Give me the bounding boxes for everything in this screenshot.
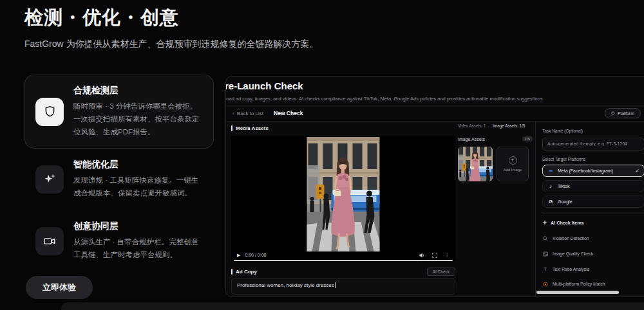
app-title: Pre-Launch Check: [226, 80, 432, 91]
app-description: Upload ad copy, images, and videos. AI c…: [226, 96, 641, 102]
check-icon: ✓: [636, 168, 639, 174]
tab-video-assets[interactable]: Video Assets: 1: [458, 123, 486, 128]
divider: [542, 214, 644, 214]
video-progress-bar[interactable]: [234, 260, 453, 261]
landing-page: { "hero": { "title": "检测・优化・创意", "subtit…: [0, 0, 644, 310]
page-subtitle: FastGrow 为你提供从素材生产、合规预审到违规修复的全链路解决方案。: [24, 39, 319, 50]
text-icon: T: [542, 267, 548, 271]
horizontal-scrollbar[interactable]: [536, 291, 619, 294]
more-options-icon[interactable]: ⋮: [444, 252, 450, 258]
image-assets-title: Image Assets: [458, 137, 485, 141]
ai-check-items-title: AI Check Items: [551, 220, 584, 226]
tiktok-icon: ♪: [547, 183, 554, 189]
feature-desc: 随时预审 · 3 分钟告诉你哪里会被拒。一次提交扫描所有素材、按平台条款定位风险…: [73, 100, 203, 138]
platform-button[interactable]: ⊙ Platform: [605, 108, 641, 118]
feature-card-compliance[interactable]: 合规检测层 随时预审 · 3 分钟告诉你哪里会被拒。一次提交扫描所有素材、按平台…: [24, 75, 214, 149]
back-to-list-label: Back to List: [237, 111, 263, 116]
try-now-button[interactable]: 立即体验: [26, 276, 93, 299]
platform-option-google[interactable]: G Google: [542, 196, 644, 208]
video-camera-icon: [35, 227, 64, 255]
check-item-policy-match[interactable]: Multi-platform Policy Match: [542, 282, 644, 287]
platform-option-tiktok[interactable]: ♪ Tiktok: [542, 180, 644, 192]
platform-name: Meta (Facebook/Instagram): [558, 169, 613, 173]
platform-button-label: Platform: [618, 111, 634, 116]
meta-icon: ∞: [547, 168, 554, 174]
chevron-left-icon: ‹: [232, 111, 234, 116]
ad-copy-title: Ad Copy: [236, 269, 257, 275]
image-icon: [542, 251, 548, 257]
feature-title: 智能优化层: [73, 159, 203, 170]
app-screenshot-panel: Pre-Launch Check Upload ad copy, images,…: [225, 76, 644, 297]
task-name-input[interactable]: [542, 138, 644, 150]
check-item-text-ratio[interactable]: T Text Ratio Analysis: [542, 267, 644, 271]
feature-desc: 从源头生产 · 自带合规护栏。完整创意工具链、生产时考虑平台规则。: [73, 236, 203, 262]
plus-icon: +: [509, 156, 517, 165]
text-cursor: [335, 282, 336, 288]
app-title-wrap: Pre-Launch Check: [226, 80, 432, 91]
platform-option-meta[interactable]: ∞ Meta (Facebook/Instagram) ✓: [542, 165, 644, 177]
platform-name: Google: [558, 199, 573, 204]
add-image-label: Add Image: [503, 168, 522, 172]
check-item-label: Image Quality Check: [553, 251, 593, 256]
image-assets-count-badge: 1/5: [522, 136, 533, 141]
tab-new-check[interactable]: New Check: [274, 110, 303, 116]
tab-image-assets[interactable]: Image Assets: 1/5: [493, 123, 525, 128]
task-name-label: Task Name (Optional): [542, 129, 644, 133]
check-item-label: Violation Detection: [553, 236, 589, 241]
video-still-image: [307, 137, 380, 251]
shield-icon: [35, 98, 64, 126]
thumbnails-row: + Add Image: [458, 147, 533, 181]
accent-bar: [231, 125, 232, 131]
feature-desc: 发现违规 · 工具矩阵快速修复。一键生成合规版本、保留卖点避开敏感词。: [73, 174, 203, 200]
media-assets-header: Media Assets: [231, 125, 455, 131]
ad-copy-text: Professional women, holiday style dresse…: [237, 282, 334, 288]
image-asset-thumbnail[interactable]: [458, 147, 493, 181]
ad-copy-input[interactable]: Professional women, holiday style dresse…: [231, 278, 455, 295]
check-settings-sidebar: Task Name (Optional) Select Target Platf…: [535, 122, 644, 296]
app-toolbar: ‹ Back to List New Check ⊙ Platform: [226, 105, 644, 122]
target-platforms-label: Select Target Platforms: [542, 157, 644, 161]
ad-copy-header: Ad Copy AI Check: [231, 268, 455, 276]
check-item-image-quality[interactable]: Image Quality Check: [542, 251, 644, 257]
image-assets-panel: Video Assets: 1 Image Assets: 1/5 Image …: [458, 123, 533, 181]
play-icon[interactable]: ▶: [237, 253, 240, 258]
feature-card-optimize[interactable]: 智能优化层 发现违规 · 工具矩阵快速修复。一键生成合规版本、保留卖点避开敏感词…: [24, 149, 214, 210]
target-icon: [542, 282, 548, 287]
image-assets-header: Image Assets 1/5: [458, 136, 533, 141]
feature-title: 创意协同层: [73, 221, 203, 232]
volume-icon[interactable]: [419, 253, 425, 258]
asset-tabs: Video Assets: 1 Image Assets: 1/5: [458, 123, 533, 128]
media-assets-section: Media Assets ▶ 0:00 / 0:08 ⋮: [231, 125, 455, 262]
accent-bar: [231, 269, 232, 275]
platform-name: Tiktok: [558, 184, 569, 188]
check-item-violation-detection[interactable]: Violation Detection: [542, 236, 644, 241]
google-icon: G: [547, 199, 554, 205]
back-to-list-link[interactable]: ‹ Back to List: [232, 111, 263, 116]
ai-check-items-header: AI Check Items: [542, 220, 644, 226]
sparkles-icon: [35, 165, 64, 194]
check-item-label: Multi-platform Policy Match: [553, 282, 605, 286]
ai-check-button[interactable]: AI Check: [427, 268, 455, 276]
circle-dot-icon: ⊙: [611, 111, 615, 116]
app-desc-wrap: Upload ad copy, images, and videos. AI c…: [226, 96, 641, 102]
next-section-edge: [61, 302, 644, 310]
feature-title: 合规检测层: [73, 85, 203, 96]
feature-card-creative[interactable]: 创意协同层 从源头生产 · 自带合规护栏。完整创意工具链、生产时考虑平台规则。: [24, 210, 214, 272]
check-item-label: Text Ratio Analysis: [553, 267, 589, 271]
media-assets-title: Media Assets: [236, 125, 269, 131]
fullscreen-icon[interactable]: [432, 253, 437, 258]
video-player[interactable]: ▶ 0:00 / 0:08 ⋮: [231, 136, 455, 262]
video-time: 0:00 / 0:08: [245, 253, 266, 257]
magnifier-icon: [542, 236, 548, 241]
page-title: 检测・优化・创意: [24, 5, 179, 31]
add-image-button[interactable]: + Add Image: [497, 147, 529, 181]
sparkle-icon: [542, 220, 547, 225]
video-controls: ▶ 0:00 / 0:08 ⋮: [231, 252, 455, 258]
feature-list: 合规检测层 随时预审 · 3 分钟告诉你哪里会被拒。一次提交扫描所有素材、按平台…: [24, 75, 214, 271]
